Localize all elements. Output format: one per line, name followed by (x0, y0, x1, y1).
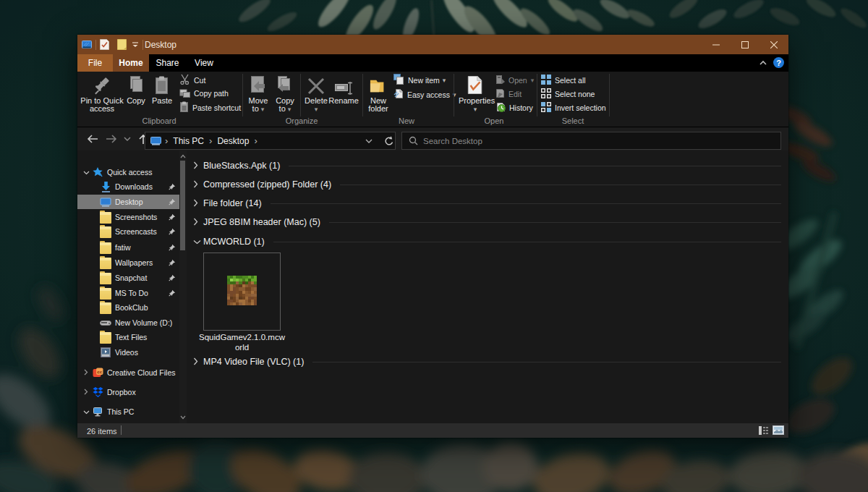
svg-text:cc: cc (97, 370, 102, 374)
svg-text:?: ? (776, 59, 781, 67)
